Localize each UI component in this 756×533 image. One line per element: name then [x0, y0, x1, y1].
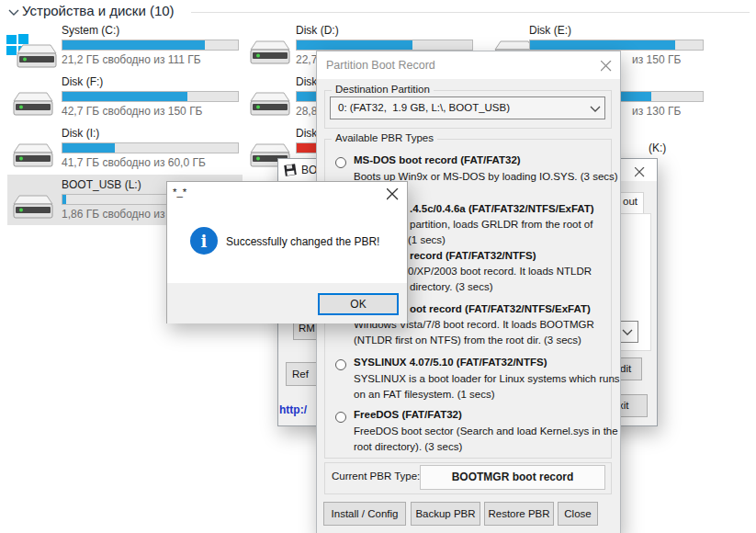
- option-label[interactable]: SYSLINUX 4.07/5.10 (FAT/FAT32/NTFS): [354, 357, 547, 368]
- drive-icon: [13, 195, 53, 221]
- drive-free-space: 1,86 ГБ свободно из: [62, 208, 164, 221]
- radio-msdos[interactable]: [335, 157, 346, 168]
- message-text: Successfully changed the PBR!: [226, 235, 379, 248]
- group-header-rule: [191, 12, 750, 13]
- drive-free-space: 22,7: [296, 53, 317, 66]
- drive-free-space: из 130 ГБ: [632, 105, 681, 118]
- chevron-down-icon: [622, 329, 633, 336]
- capacity-bar: [62, 142, 239, 153]
- drive-icon: [17, 44, 57, 70]
- drive-label: Disk (E:): [529, 24, 571, 37]
- option-desc: SYSLINUX is a boot loader for Linux syst…: [354, 373, 620, 384]
- current-pbr-value: BOOTMGR boot record: [420, 465, 605, 490]
- drive-label: Disk (F:): [62, 75, 103, 88]
- chevron-down-icon[interactable]: [7, 6, 20, 19]
- floppy-disk-icon: [283, 163, 298, 177]
- option-desc: (NTLDR first on NTFS) from the root dir.…: [354, 335, 581, 346]
- destination-group-label: Destination Partition: [332, 84, 434, 95]
- option-label[interactable]: record (FAT/FAT32/NTFS): [410, 250, 536, 261]
- drive-free-space: 42,7 ГБ свободно из 150 ГБ: [62, 105, 203, 118]
- option-desc: 0/XP/2003 boot record. It loads NTLDR: [408, 266, 592, 277]
- close-icon[interactable]: [380, 185, 404, 203]
- drive-label: Disk (D:): [296, 24, 339, 37]
- close-icon[interactable]: [596, 58, 616, 74]
- drive-label: Disk (I:): [62, 127, 99, 140]
- drive-label: Disk: [296, 75, 317, 88]
- close-icon[interactable]: [629, 164, 649, 179]
- drive-icon: [250, 40, 290, 66]
- pbr-dialog-title: Partition Boot Record: [326, 59, 435, 72]
- radio-freedos[interactable]: [335, 412, 346, 423]
- capacity-bar: [529, 40, 704, 51]
- available-pbr-group-label: Available PBR Types: [332, 132, 437, 143]
- desktop: Устройства и диски (10) System (C:) 21,2…: [0, 0, 756, 533]
- option-desc: directory. (3 secs): [410, 281, 493, 292]
- drive-tile-system-c[interactable]: System (C:) 21,2 ГБ свободно из 111 ГБ: [7, 20, 243, 71]
- bootice-title: BO: [301, 164, 317, 176]
- option-desc: on an FAT filesystem. (1 secs): [354, 389, 495, 400]
- capacity-bar: [62, 40, 239, 51]
- option-desc: (1 secs): [408, 234, 446, 245]
- info-icon: i: [190, 227, 218, 255]
- drive-label: (K:): [649, 142, 666, 154]
- option-label[interactable]: MS-DOS boot record (FAT/FAT32): [354, 154, 521, 165]
- drive-free-space: 28,8: [296, 105, 317, 118]
- drive-label: Disk: [296, 127, 317, 140]
- chevron-down-icon: [590, 106, 601, 113]
- drive-label: System (C:): [62, 24, 119, 37]
- current-pbr-label: Current PBR Type:: [332, 471, 420, 482]
- capacity-bar: [296, 40, 473, 51]
- group-header: Устройства и диски (10): [22, 3, 175, 18]
- radio-syslinux[interactable]: [335, 359, 346, 370]
- option-desc: root directory). (3 secs): [354, 441, 462, 452]
- message-box-title: *_*: [173, 187, 186, 198]
- drive-icon: [13, 143, 53, 169]
- drive-tile-i[interactable]: Disk (I:) 41,7 ГБ свободно из 60,0 ГБ: [7, 123, 243, 174]
- option-desc: FreeDOS boot sector (Search and load Ker…: [354, 425, 618, 437]
- capacity-bar: [62, 91, 239, 102]
- drive-tile-k[interactable]: (K:): [643, 138, 698, 156]
- ok-button[interactable]: OK: [318, 293, 399, 315]
- option-label[interactable]: oot record (FAT/FAT32/NTFS/ExFAT): [410, 303, 591, 314]
- drive-icon: [13, 92, 53, 118]
- message-box: *_* i Successfully changed the PBR! OK: [166, 181, 408, 323]
- option-desc: partition, loads GRLDR from the root of: [410, 219, 592, 230]
- destination-partition-combobox[interactable]: 0: (FAT32, 1.9 GB, L:\, BOOT_USB): [330, 96, 605, 119]
- backup-pbr-button[interactable]: Backup PBR: [411, 502, 480, 526]
- option-label[interactable]: FreeDOS (FAT/FAT32): [354, 409, 462, 420]
- install-config-button[interactable]: Install / Config: [323, 502, 406, 526]
- drive-free-space: из 150 ГБ: [632, 53, 681, 66]
- close-button[interactable]: Close: [558, 502, 598, 526]
- option-label[interactable]: .4.5c/0.4.6a (FAT/FAT32/NTFS/ExFAT): [410, 203, 594, 214]
- homepage-link[interactable]: http:/: [279, 403, 307, 416]
- drive-free-space: 41,7 ГБ свободно из 60,0 ГБ: [62, 156, 206, 169]
- drive-tile-f[interactable]: Disk (F:) 42,7 ГБ свободно из 150 ГБ: [7, 72, 243, 122]
- destination-partition-value: 0: (FAT32, 1.9 GB, L:\, BOOT_USB): [338, 102, 510, 113]
- restore-pbr-button[interactable]: Restore PBR: [484, 502, 554, 526]
- drive-icon: [250, 92, 290, 118]
- drive-label: BOOT_USB (L:): [62, 178, 141, 191]
- drive-free-space: 21,2 ГБ свободно из 111 ГБ: [62, 53, 201, 66]
